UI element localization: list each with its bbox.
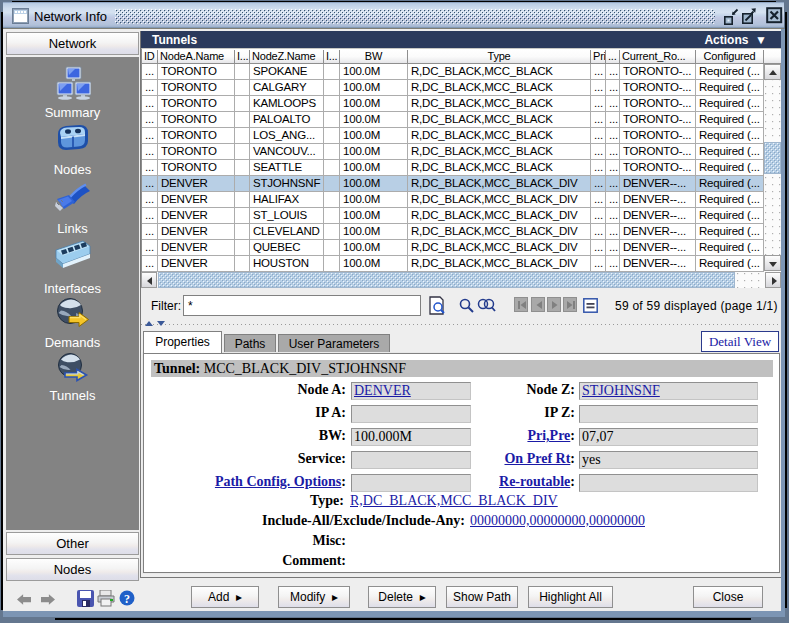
svg-text:?: ? (124, 592, 130, 606)
